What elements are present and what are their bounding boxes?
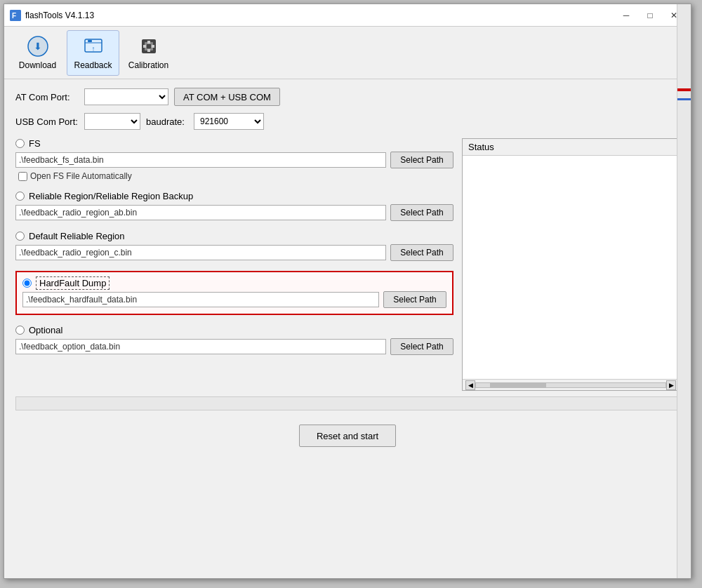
svg-text:F: F [12, 12, 16, 20]
fs-select-path-button[interactable]: Select Path [390, 152, 453, 168]
status-box: Status ◀ ▶ [462, 138, 680, 391]
readback-tab-button[interactable]: ↑ Readback [67, 30, 119, 76]
default-reliable-label: Default Reliable Region [29, 231, 125, 241]
status-header: Status [463, 139, 679, 156]
download-icon: ⬇ [27, 35, 49, 58]
svg-rect-8 [88, 40, 92, 42]
fs-auto-open-label: Open FS File Automatically [30, 171, 132, 181]
optional-radio[interactable] [15, 326, 25, 335]
download-tab-label: Download [19, 60, 56, 70]
titlebar: F flashTools V4.1.13 ─ □ ✕ [4, 4, 691, 27]
right-panel: Status ◀ ▶ [462, 138, 680, 391]
download-tab-button[interactable]: ⬇ Download [11, 30, 64, 76]
hardfault-label: HardFault Dump [36, 278, 110, 288]
usb-com-row: USB Com Port: baudrate: 921600 460800 11… [15, 113, 680, 130]
scrollbar-track[interactable] [475, 382, 666, 388]
optional-select-path-button[interactable]: Select Path [390, 338, 453, 355]
hardfault-select-path-button[interactable]: Select Path [383, 291, 446, 308]
svg-rect-15 [147, 49, 150, 52]
fs-radio[interactable] [15, 139, 25, 148]
svg-rect-13 [152, 45, 154, 48]
optional-label: Optional [29, 325, 62, 335]
baudrate-select[interactable]: 921600 460800 115200 [194, 113, 264, 130]
scrollbar-thumb [490, 383, 546, 387]
at-com-row: AT Com Port: AT COM + USB COM [15, 88, 680, 106]
default-reliable-section: Default Reliable Region Select Path [15, 231, 453, 261]
svg-rect-11 [147, 44, 151, 48]
fs-section: FS Select Path Open FS File Automaticall… [15, 138, 453, 181]
reliable-region-path-input[interactable] [15, 205, 386, 220]
fs-path-input[interactable] [15, 152, 386, 168]
optional-path-row: Select Path [15, 338, 453, 355]
maximize-button[interactable]: □ [639, 8, 661, 22]
calibration-tab-button[interactable]: Calibration [122, 30, 175, 76]
calibration-tab-label: Calibration [128, 60, 168, 70]
main-area: FS Select Path Open FS File Automaticall… [15, 138, 680, 391]
at-com-select[interactable] [84, 88, 168, 105]
side-strip-red [677, 88, 691, 91]
svg-rect-12 [143, 45, 146, 48]
default-reliable-select-path-button[interactable]: Select Path [390, 244, 453, 261]
fs-checkbox-row: Open FS File Automatically [18, 171, 453, 181]
default-reliable-radio[interactable] [15, 232, 25, 241]
hardfault-radio[interactable] [22, 279, 32, 288]
reset-btn-row: Reset and start [15, 425, 680, 447]
fs-label: FS [29, 138, 41, 149]
hardfault-path-row: Select Path [22, 291, 446, 308]
scroll-right-arrow[interactable]: ▶ [666, 380, 676, 390]
reliable-region-path-row: Select Path [15, 204, 453, 221]
status-content[interactable] [463, 156, 679, 379]
default-reliable-path-row: Select Path [15, 244, 453, 261]
reliable-region-section: Reliable Region/Reliable Region Backup S… [15, 191, 453, 221]
usb-com-label: USB Com Port: [15, 116, 79, 127]
hardfault-path-input[interactable] [22, 292, 379, 307]
svg-text:↑: ↑ [91, 45, 95, 53]
app-icon: F [10, 10, 21, 21]
scroll-left-arrow[interactable]: ◀ [465, 380, 475, 390]
side-strip-blue [677, 98, 691, 100]
side-strip [677, 4, 691, 578]
optional-path-input[interactable] [15, 339, 386, 354]
reliable-region-label: Reliable Region/Reliable Region Backup [29, 191, 193, 201]
fs-radio-row: FS [15, 138, 453, 149]
minimize-button[interactable]: ─ [615, 8, 637, 22]
content-area: AT Com Port: AT COM + USB COM USB Com Po… [4, 79, 691, 455]
reliable-region-radio[interactable] [15, 192, 25, 201]
titlebar-left: F flashTools V4.1.13 [10, 10, 94, 21]
left-panel: FS Select Path Open FS File Automaticall… [15, 138, 453, 391]
calibration-icon [138, 35, 160, 58]
progress-bar [15, 396, 680, 410]
reliable-region-radio-row: Reliable Region/Reliable Region Backup [15, 191, 453, 201]
default-reliable-path-input[interactable] [15, 245, 386, 260]
reset-start-button[interactable]: Reset and start [299, 425, 396, 447]
status-scrollbar: ◀ ▶ [463, 379, 679, 390]
combined-com-button[interactable]: AT COM + USB COM [174, 88, 280, 106]
fs-auto-open-checkbox[interactable] [18, 172, 27, 181]
hardfault-radio-row: HardFault Dump [22, 278, 446, 288]
svg-text:⬇: ⬇ [34, 41, 42, 52]
optional-section: Optional Select Path [15, 325, 453, 355]
baudrate-label: baudrate: [146, 116, 188, 127]
hardfault-section: HardFault Dump Select Path [15, 271, 453, 315]
default-reliable-radio-row: Default Reliable Region [15, 231, 453, 241]
at-com-label: AT Com Port: [15, 92, 79, 102]
optional-radio-row: Optional [15, 325, 453, 335]
window-controls: ─ □ ✕ [615, 8, 685, 22]
readback-tab-label: Readback [74, 60, 112, 70]
readback-icon: ↑ [82, 35, 105, 58]
window-title: flashTools V4.1.13 [25, 11, 94, 20]
main-window: F flashTools V4.1.13 ─ □ ✕ ⬇ Download [4, 4, 691, 579]
fs-path-row: Select Path [15, 152, 453, 168]
svg-rect-14 [147, 41, 150, 44]
usb-com-select[interactable] [84, 113, 140, 130]
reliable-region-select-path-button[interactable]: Select Path [390, 204, 453, 221]
toolbar: ⬇ Download ↑ Readback [4, 27, 691, 79]
